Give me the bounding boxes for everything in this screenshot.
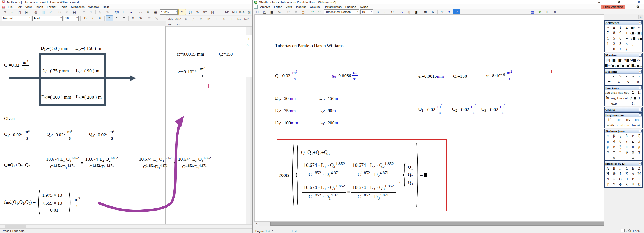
menu-item-insert[interactable]: Insert <box>34 5 45 9</box>
palette-symbol[interactable]: Ο <box>617 177 623 182</box>
palette-symbol[interactable]: Δ <box>624 166 630 171</box>
vectorize-button[interactable]: ⇀ <box>216 9 224 15</box>
mathcad-headloss-equation-1[interactable]: 10.674·L1·Q11.852C1.852·D14.871 = 10.674… <box>44 156 120 170</box>
copy-button[interactable]: ⧉ <box>292 9 299 15</box>
determinant-button[interactable]: |x| <box>209 9 216 15</box>
palette-symbol[interactable]: Ζ <box>636 166 642 171</box>
palette-symbol[interactable]: × <box>624 41 630 47</box>
smath-d2-definition[interactable]: D2 := 75 mm <box>275 108 296 114</box>
undo-button[interactable]: ↶ <box>80 9 87 15</box>
palette-symbol[interactable]: 6 <box>617 36 623 41</box>
collapse-icon[interactable]: − <box>639 70 642 73</box>
hyperlink-button[interactable]: ⊶ <box>137 9 144 15</box>
worksheet-title[interactable]: Tuberías en Paralelo Hazen Williams <box>275 43 343 48</box>
palette-symbol[interactable]: ψ <box>605 155 624 160</box>
palette-symbol[interactable]: log <box>605 90 611 95</box>
menu-item-help[interactable]: Help <box>101 5 111 9</box>
scroll-up-button[interactable]: ∧ <box>638 15 643 19</box>
border-button[interactable]: ▣ <box>413 9 420 15</box>
spell-check-button[interactable]: ✓ <box>47 9 54 15</box>
doc-restore-button[interactable]: ⧉ <box>635 5 640 8</box>
smath-l2-definition[interactable]: L2 := 90 m <box>319 108 336 114</box>
insert-table-button[interactable]: ▦ <box>152 9 159 15</box>
align-center-button[interactable]: ≡ <box>113 15 120 21</box>
smath-font-combo[interactable]: Times New Roman <box>324 9 359 15</box>
palette-symbol[interactable]: 9 <box>617 30 623 36</box>
mathcad-q1-definition[interactable]: Q1 := 0.02·m3s <box>4 129 32 141</box>
help-button[interactable]: ? <box>178 9 186 15</box>
palette-symbol[interactable]: Ν <box>605 177 611 182</box>
bold-button[interactable]: B <box>82 15 89 21</box>
palette-symbol[interactable]: tan <box>617 95 623 101</box>
palette-symbol[interactable]: ■ₓₓ <box>636 63 642 68</box>
mathcad-find-result[interactable]: find(Q1 , Q2 , Q3) = 1.975 × 10− 37.559 … <box>4 190 82 215</box>
palette-symbol[interactable]: Ι <box>617 171 623 177</box>
smath-l3-definition[interactable]: L3 := 200 m <box>319 120 338 126</box>
smath-nu-definition[interactable]: ν := 8 · 10− 6 m2s <box>486 70 514 82</box>
palette-symbol[interactable]: |■| <box>636 30 642 36</box>
palette-symbol[interactable]: sin <box>617 90 623 95</box>
palette-symbol[interactable]: ε <box>630 133 636 139</box>
limit-left-button[interactable]: lim⁻ <box>167 22 174 27</box>
italic-button[interactable]: I <box>89 15 96 21</box>
palette-symbol[interactable]: 2 <box>611 41 617 47</box>
open-button[interactable]: ◳ <box>16 9 23 15</box>
palette-symbol[interactable]: ρ <box>636 144 642 150</box>
result-placeholder[interactable]: = <box>420 172 427 178</box>
palette-symbol[interactable]: > <box>617 74 623 79</box>
zoom-level[interactable]: 170% <box>633 229 640 232</box>
palette-symbol[interactable]: Σ <box>636 177 642 182</box>
pause-calculation-button[interactable]: ‖ <box>543 9 551 15</box>
mathcad-d2-definition[interactable]: D2 := ( 75 )·mm <box>41 68 69 74</box>
mathcad-worksheet[interactable]: Q := 0.02·m3s D1 := ( 50 )·mm L1 := ( 15… <box>0 26 250 225</box>
palette-symbol[interactable]: Ε <box>630 166 636 171</box>
palette-symbol[interactable]: ¬ <box>605 79 614 85</box>
undo-button[interactable]: ↶ <box>309 9 316 15</box>
new-button[interactable]: □ <box>1 9 8 15</box>
palette-symbol[interactable]: A■ <box>623 57 630 63</box>
palette-symbol[interactable]: ■ₓ <box>630 63 636 68</box>
palette-symbol[interactable]: < <box>611 74 617 79</box>
mathcad-c-definition[interactable]: C := 150 <box>219 51 233 57</box>
insert-function-button[interactable]: fx <box>438 9 446 15</box>
limit-button[interactable]: lim <box>235 16 243 22</box>
palette-symbol[interactable]: Χ <box>624 182 630 187</box>
palette-symbol[interactable]: if <box>605 117 614 122</box>
palette-symbol[interactable]: Λ <box>630 171 636 177</box>
mathcad-continuity-equation[interactable]: Q = Q1 + Q2 + Q3 <box>4 162 30 168</box>
palette-symbol[interactable]: ! <box>617 47 623 52</box>
palette-symbol[interactable]: d/d■ <box>629 95 636 101</box>
palette-symbol[interactable]: ± <box>624 25 630 30</box>
style-combo[interactable]: Normal <box>2 16 31 21</box>
palette-symbol[interactable]: ∨ <box>624 79 633 85</box>
palette-symbol[interactable]: 0 <box>611 47 617 52</box>
menu-item-file[interactable]: File <box>6 5 15 9</box>
smath-e-definition[interactable]: e := 0.0015 mm <box>418 74 444 79</box>
palette-symbol[interactable]: line <box>633 117 642 122</box>
recalculate-button[interactable]: ↻ <box>536 9 543 15</box>
collapse-icon[interactable]: − <box>639 130 642 132</box>
palette-symbol[interactable]: ∫ <box>636 95 642 101</box>
palette-symbol[interactable]: τ <box>611 150 617 155</box>
palette-symbol[interactable]: π <box>611 25 617 30</box>
palette-symbol[interactable]: β <box>611 133 617 139</box>
scroll-left-button[interactable]: ‹ <box>0 225 4 229</box>
align-across-button[interactable]: ⇆ <box>97 9 104 15</box>
align-vertical-button[interactable]: ⇅ <box>429 9 436 15</box>
infinity-button[interactable]: ∞ <box>182 16 190 22</box>
palette-symbol[interactable]: ζ <box>636 133 642 139</box>
smath-q-definition[interactable]: Q := 0.02 m3s <box>275 70 299 82</box>
mathcad-l1-definition[interactable]: L1 := ( 150 )·m <box>75 46 101 51</box>
numbered-list-button[interactable]: № <box>137 15 144 21</box>
insert-unit-button[interactable]: ⊔ <box>120 9 128 15</box>
palette-symbol[interactable]: σ <box>605 150 611 155</box>
expand-icon[interactable]: + <box>639 108 642 111</box>
redo-button[interactable]: ↷ <box>316 9 323 15</box>
menu-item-cálculo[interactable]: Cálculo <box>308 5 322 9</box>
palette-symbol[interactable]: η <box>605 139 611 144</box>
mathcad-d1-definition[interactable]: D1 := ( 50 )·mm <box>41 46 68 51</box>
palette-symbol[interactable]: ι <box>624 139 630 144</box>
iterated-product-button[interactable]: Πⁿ <box>205 16 212 22</box>
smath-q2-definition[interactable]: Q2 := 0.02 m3s <box>452 103 478 116</box>
smath-c-definition[interactable]: C := 150 <box>453 74 467 79</box>
